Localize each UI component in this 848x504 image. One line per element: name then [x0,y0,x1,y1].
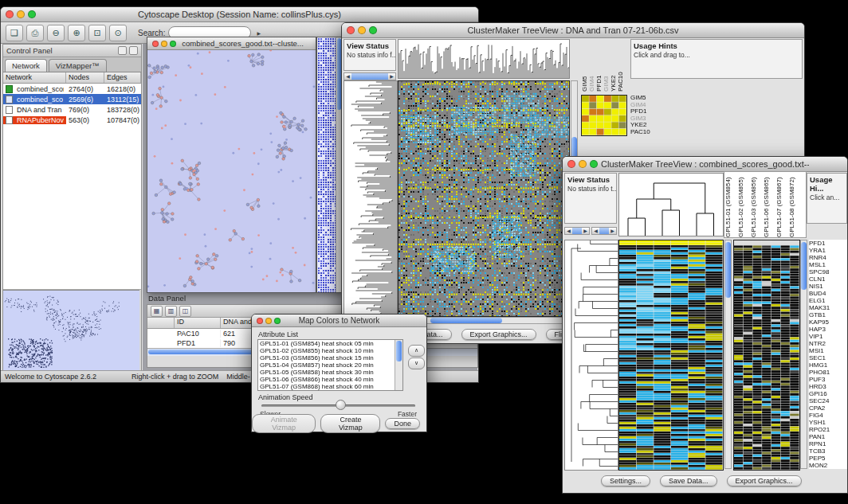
close-button[interactable] [347,26,355,34]
treeview-button[interactable]: Export Graphics... [727,475,802,486]
treeview-button[interactable]: Settings... [601,475,650,486]
DNA and Tran 07[interactable]: DNA and Tran 07 769(0) 183728(0) [3,104,141,115]
database-icon[interactable]: ◫ [179,306,191,317]
dense-network-canvas[interactable] [317,37,336,292]
save-icon[interactable]: ⎙ [26,25,44,41]
close-panel-icon[interactable] [129,46,138,55]
heatmap-canvas[interactable] [398,80,570,317]
attribute-item[interactable]: GPL51-06 (GSM866) heat shock 40 min [258,376,395,383]
open-folder-icon[interactable]: ❏ [6,25,23,41]
row-dendrogram-canvas[interactable] [564,240,618,471]
move-down-button[interactable]: ∨ [408,357,425,369]
combined_sco[interactable]: combined_sco 2569(6) 13112(15) [3,94,141,104]
navigator-scrollbar[interactable]: ◀ ▶ [564,227,590,235]
birdseye-view-canvas[interactable] [3,290,139,371]
zoom-in-icon[interactable]: ⊕ [68,25,85,41]
search-dropdown-icon[interactable]: ▶ [254,30,263,36]
scrollbar-thumb[interactable] [430,318,502,323]
icon-column-header[interactable] [147,318,175,328]
scroll-track[interactable] [572,228,582,234]
navigator-scrollbar[interactable]: ◀ ▶ [344,72,396,80]
attribute-item[interactable]: GPL51-03 (GSM856) heat shock 15 min [258,354,395,361]
close-button[interactable] [257,318,263,324]
attribute-item[interactable]: GPL51-01 (GSM854) heat shock 05 min [258,340,395,347]
treeview-titlebar[interactable]: ClusterMaker TreeView : combined_scores_… [563,157,847,172]
treeview-titlebar[interactable]: ClusterMaker TreeView : DNA and Tran 07-… [342,23,804,38]
dialog-button[interactable]: Done [385,418,420,429]
network-graph-canvas[interactable] [147,50,316,292]
minimize-button[interactable] [17,10,25,18]
scroll-right-icon[interactable]: ▶ [609,228,616,234]
gene-label: HAP3 [809,326,847,333]
scroll-left-icon[interactable]: ◀ [344,73,351,80]
zoom-button[interactable] [274,318,281,324]
navigator-scrollbar[interactable]: ◀ ▶ [591,227,617,235]
scroll-right-icon[interactable]: ▶ [582,228,589,234]
zoom-button[interactable] [590,160,598,168]
attribute-item[interactable]: GPL51-02 (GSM855) heat shock 10 min [258,347,395,354]
scrollbar-thumb[interactable] [801,242,807,290]
minimize-button[interactable] [265,318,272,324]
treeview-button[interactable]: Save Data... [660,475,717,486]
dialog-titlebar[interactable]: Map Colors to Network [252,315,426,327]
zoom-out-icon[interactable]: ⊖ [47,25,65,41]
control-panel-tab[interactable]: VizMapper™ [49,59,107,72]
zoom-button[interactable] [28,10,36,18]
id-column-header[interactable]: ID [175,318,221,328]
zoom-button[interactable] [369,26,377,34]
zoom-button[interactable] [170,41,176,47]
main-window-titlebar[interactable]: Cytoscape Desktop (Session Name: collins… [1,7,478,22]
scroll-left-icon[interactable]: ◀ [565,228,572,234]
secondary-vscrollbar[interactable] [800,240,807,469]
zoom-fit-icon[interactable]: ⊡ [88,25,106,41]
attribute-listbox[interactable]: GPL51-01 (GSM854) heat shock 05 minGPL51… [257,339,403,391]
network-column-header[interactable]: Network [3,72,66,83]
RNAPuberNov2[interactable]: RNAPuberNov2 563(0) 107847(0) [3,115,141,125]
nodes-column-header[interactable]: Nodes [66,72,104,83]
attribute-item[interactable]: GPL51-05 (GSM858) heat shock 30 min [258,369,395,376]
move-up-button[interactable]: ∧ [408,345,425,357]
minimize-button[interactable] [161,41,167,47]
column-dendrogram-canvas[interactable] [618,173,724,236]
heatmap-canvas[interactable] [618,240,724,471]
minimize-button[interactable] [358,26,366,34]
heatmap-vscrollbar[interactable] [724,240,732,469]
usage-hints-text: Click and drag to... [634,51,799,59]
combined_scores[interactable]: combined_scores 2764(0) 16218(0) [3,84,141,94]
scroll-track[interactable] [599,228,609,234]
columns-icon[interactable]: ▥ [165,306,177,317]
scrollbar-thumb[interactable] [396,341,402,361]
scrollbar-thumb[interactable] [725,242,731,298]
treeview-button[interactable]: Export Graphics... [461,329,536,340]
dialog-button[interactable]: Animate Vizmap [252,414,316,433]
matrix-column-label: GIM5 [581,39,588,92]
close-button[interactable] [6,10,14,18]
slider-thumb[interactable] [336,400,346,410]
table-icon[interactable]: ▦ [151,306,163,317]
column-dendrogram-canvas[interactable] [398,39,570,79]
network-table-header: Network Nodes Edges [3,72,141,84]
zoom-selected-icon[interactable]: ⊙ [109,25,127,41]
dialog-button[interactable]: Create Vizmap [320,414,380,433]
map-colors-dialog[interactable]: Map Colors to Network Attribute List GPL… [251,314,427,432]
list-vscrollbar[interactable] [395,340,402,390]
network-view-frame[interactable]: combined_scores_good.txt--cluste... [147,37,316,293]
row-dendrogram-canvas[interactable] [344,80,398,317]
scroll-left-icon[interactable]: ◀ [592,228,599,234]
attribute-item[interactable]: GPL51-07 (GSM868) heat shock 60 min [258,383,395,390]
attribute-item[interactable]: GPL51-04 (GSM857) heat shock 20 min [258,361,395,369]
treeview-combined-window[interactable]: ClusterMaker TreeView : combined_scores_… [562,156,848,494]
similarity-matrix-canvas[interactable] [581,95,627,136]
control-panel-tab[interactable]: Network [5,59,47,72]
close-button[interactable] [567,160,575,168]
scroll-track[interactable] [351,73,388,80]
float-panel-icon[interactable] [118,46,127,55]
close-button[interactable] [152,41,159,47]
scroll-right-icon[interactable]: ▶ [388,73,395,80]
secondary-heatmap-canvas[interactable] [733,240,800,471]
background-network-frame[interactable] [316,37,343,293]
minimize-button[interactable] [579,160,587,168]
edges-column-header[interactable]: Edges [104,72,141,83]
gene-label: CLN1 [809,275,847,283]
network-frame-titlebar[interactable]: combined_scores_good.txt--cluste... [147,37,316,50]
